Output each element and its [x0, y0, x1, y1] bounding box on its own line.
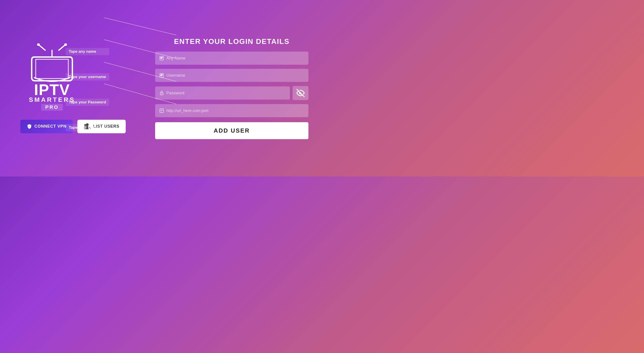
- svg-rect-16: [160, 57, 162, 58]
- connect-vpn-label: CONNECT VPN: [34, 124, 66, 129]
- logo-pro-text: PRO: [41, 104, 63, 111]
- label-username: Tape your username: [66, 73, 109, 81]
- password-input-wrapper: [155, 87, 290, 100]
- name-field-icon: [159, 56, 164, 61]
- username-input-wrapper: [155, 69, 308, 82]
- username-field-row: [155, 69, 308, 82]
- username-field-icon: [159, 73, 164, 78]
- toggle-password-visibility-button[interactable]: [292, 86, 308, 100]
- right-section: ENTER YOUR LOGIN DETAILS: [155, 37, 308, 139]
- svg-rect-26: [160, 111, 162, 111]
- form-title: ENTER YOUR LOGIN DETAILS: [155, 37, 308, 46]
- svg-rect-17: [160, 58, 162, 59]
- label-any-name: Tape any name: [66, 48, 109, 55]
- left-section: Tape any name Tape your username Tape yo…: [14, 44, 146, 133]
- svg-rect-25: [160, 110, 162, 110]
- svg-rect-20: [160, 75, 162, 76]
- logo-iptv-text: IPTV: [34, 82, 70, 97]
- label-url: Tape your URL: [66, 124, 109, 131]
- svg-point-22: [162, 94, 162, 94]
- password-field-icon: [159, 91, 164, 96]
- name-input-wrapper: [155, 52, 308, 65]
- url-input-wrapper: [155, 104, 308, 117]
- url-field-icon: [159, 108, 164, 113]
- shield-icon: [27, 124, 32, 129]
- password-input[interactable]: [166, 91, 286, 96]
- connect-vpn-button[interactable]: CONNECT VPN: [20, 120, 73, 133]
- username-input[interactable]: [166, 73, 304, 78]
- label-password: Tape your Password: [66, 99, 109, 106]
- password-field-row: [155, 86, 308, 100]
- name-field-row: [155, 52, 308, 65]
- eye-slash-icon: [296, 89, 304, 97]
- url-input[interactable]: [166, 108, 304, 113]
- name-input[interactable]: [166, 56, 304, 61]
- url-field-row: [155, 104, 308, 117]
- add-user-button[interactable]: ADD USER: [155, 122, 308, 139]
- svg-line-0: [104, 18, 176, 35]
- svg-rect-19: [160, 75, 162, 75]
